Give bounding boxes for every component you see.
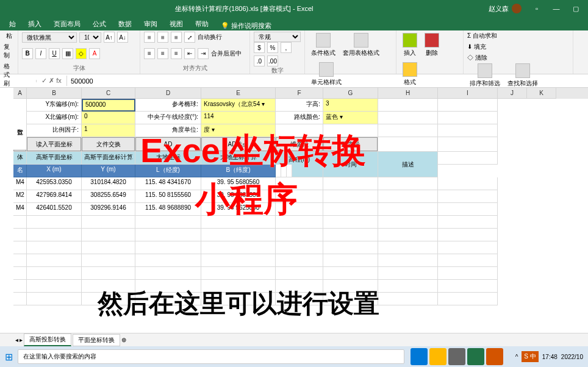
styles-group: 条件格式 套用表格格式 单元格样式 样式 — [305, 30, 396, 74]
multi2-button[interactable]: 维多段 — [323, 137, 378, 151]
sheet-nav-next-icon[interactable]: ▸ — [20, 337, 23, 343]
y-offset-label: Y东偏移(m): — [27, 99, 82, 112]
align-group-label: 对齐方式 — [144, 64, 246, 73]
font-name-select[interactable]: 微软雅黑 — [22, 32, 77, 43]
paste-button[interactable]: 粘 — [6, 32, 12, 40]
tray-up-icon[interactable]: ^ — [515, 354, 518, 360]
ellipsoid-select[interactable]: Krassovsky（北京54 ▾ — [201, 99, 276, 112]
autosum-button[interactable]: Σ 自动求和 — [467, 32, 497, 40]
read-coords-button[interactable]: 读入平面坐标 — [27, 137, 81, 151]
angle-label: 角度单位: — [135, 124, 201, 137]
windows-icon[interactable]: ⊞ — [5, 351, 13, 363]
align-bot-icon[interactable]: ≡ — [171, 32, 182, 43]
ime-badge[interactable]: S 中 — [522, 351, 538, 362]
col-J[interactable]: J — [498, 88, 527, 99]
indent-inc-icon[interactable]: ⇥ — [198, 48, 209, 59]
col-A[interactable]: A — [13, 88, 27, 99]
bold-icon[interactable]: B — [22, 48, 33, 59]
tab-start[interactable]: 始 — [3, 18, 22, 30]
scale-label: 比例因子: — [27, 124, 82, 137]
task-icon[interactable] — [467, 348, 484, 365]
font-size-select[interactable]: 10 — [79, 32, 101, 43]
col-I[interactable]: I — [438, 88, 498, 99]
hdr-name: 名 — [13, 165, 27, 177]
percent-icon[interactable]: % — [267, 42, 278, 53]
task-icon[interactable] — [448, 348, 465, 365]
col-D[interactable]: D — [135, 88, 201, 99]
currency-icon[interactable]: $ — [254, 42, 265, 53]
clear-button[interactable]: ◇ 清除 — [467, 54, 487, 62]
height-value[interactable]: 3 — [323, 99, 378, 112]
tab-formula[interactable]: 公式 — [87, 18, 112, 30]
tab-data[interactable]: 数据 — [112, 18, 138, 30]
col-G[interactable]: G — [323, 88, 378, 99]
dec-inc-icon[interactable]: .0 — [254, 55, 265, 66]
clock[interactable]: 17:48 — [542, 354, 558, 360]
font-color-icon[interactable]: A — [89, 48, 100, 59]
task-icon[interactable] — [411, 348, 428, 365]
task-icon[interactable] — [429, 348, 446, 365]
scale-value[interactable]: 1 — [82, 124, 135, 137]
angle-select[interactable]: 度 ▾ — [201, 124, 276, 137]
tab-review[interactable]: 审阅 — [138, 18, 163, 30]
copy-button[interactable]: 复制 — [4, 43, 14, 60]
meridian-value[interactable]: 114 — [201, 112, 276, 124]
user-area[interactable]: 赵义森 — [489, 4, 522, 13]
underline-icon[interactable]: U — [49, 48, 60, 59]
italic-icon[interactable]: I — [35, 48, 46, 59]
color-select[interactable]: 蓝色 ▾ — [323, 112, 378, 124]
sheet-add-icon[interactable]: ⊕ — [121, 337, 126, 343]
align-mid-icon[interactable]: ≡ — [157, 32, 168, 43]
orientation-icon[interactable]: ⤢ — [184, 32, 195, 43]
fx-icon[interactable]: ✓ ✗ fx — [37, 76, 67, 86]
y-offset-value[interactable]: 500000 — [82, 99, 135, 112]
tab-help[interactable]: 帮助 — [189, 18, 215, 30]
dec-dec-icon[interactable]: .00 — [267, 55, 278, 66]
taskbar-search[interactable]: 在这里输入你要搜索的内容 — [18, 349, 404, 364]
align-right-icon[interactable]: ≡ — [171, 48, 182, 59]
align-left-icon[interactable]: ≡ — [144, 48, 155, 59]
col-H[interactable]: H — [378, 88, 438, 99]
conditional-format-button[interactable]: 条件格式 — [309, 32, 338, 59]
col-E[interactable]: E — [201, 88, 276, 99]
col-K[interactable]: K — [527, 88, 556, 99]
comma-icon[interactable]: , — [281, 42, 292, 53]
column-headers: A B C D E F G H I J K — [13, 88, 588, 99]
indent-dec-icon[interactable]: ⇤ — [184, 48, 195, 59]
tab-view[interactable]: 视图 — [163, 18, 189, 30]
col-C[interactable]: C — [82, 88, 135, 99]
minimize-icon[interactable]: — — [547, 5, 565, 13]
tab-layout[interactable]: 页面布局 — [48, 18, 87, 30]
border-icon[interactable]: ▦ — [62, 48, 73, 59]
tab-insert[interactable]: 插入 — [22, 18, 48, 30]
task-icon[interactable] — [486, 348, 503, 365]
format-painter-button[interactable]: 格式刷 — [4, 62, 14, 88]
x-offset-value[interactable]: 0 — [82, 112, 135, 124]
cad2-button[interactable]: AD选点 — [201, 137, 275, 151]
sheet-tab-1[interactable]: 高斯投影转换 — [24, 333, 71, 346]
merge-button[interactable]: 合并后居中 — [211, 49, 242, 58]
tell-me-search[interactable]: 💡 操作说明搜索 — [221, 21, 271, 30]
align-top-icon[interactable]: ≡ — [144, 32, 155, 43]
name-box[interactable] — [0, 80, 37, 82]
number-format-select[interactable]: 常规 — [254, 32, 301, 42]
ribbon-options-icon[interactable]: ▫ — [528, 5, 546, 13]
sheet-tab-2[interactable]: 平面坐标转换 — [73, 334, 120, 346]
fill-button[interactable]: ⬇ 填充 — [467, 43, 486, 51]
multi1-button[interactable]: 维多段 — [276, 137, 323, 151]
wrap-text-button[interactable]: 自动换行 — [198, 33, 222, 41]
cad1-button[interactable]: AD — [135, 137, 201, 151]
formula-input[interactable]: 500000 — [67, 76, 588, 86]
fill-color-icon[interactable]: ◇ — [76, 48, 87, 59]
increase-font-icon[interactable]: A↑ — [104, 32, 115, 43]
sheet-nav-prev-icon[interactable]: ◂ — [15, 337, 18, 343]
file-exchange-button[interactable]: 文件交换 — [82, 137, 135, 151]
maximize-icon[interactable]: ▢ — [567, 5, 585, 13]
delete-cell-button[interactable]: 删除 — [422, 32, 442, 59]
align-center-icon[interactable]: ≡ — [157, 48, 168, 59]
col-F[interactable]: F — [276, 88, 323, 99]
decrease-font-icon[interactable]: A↓ — [117, 32, 128, 43]
insert-cell-button[interactable]: 插入 — [400, 32, 420, 59]
table-format-button[interactable]: 套用表格格式 — [340, 32, 382, 59]
col-B[interactable]: B — [27, 88, 82, 99]
